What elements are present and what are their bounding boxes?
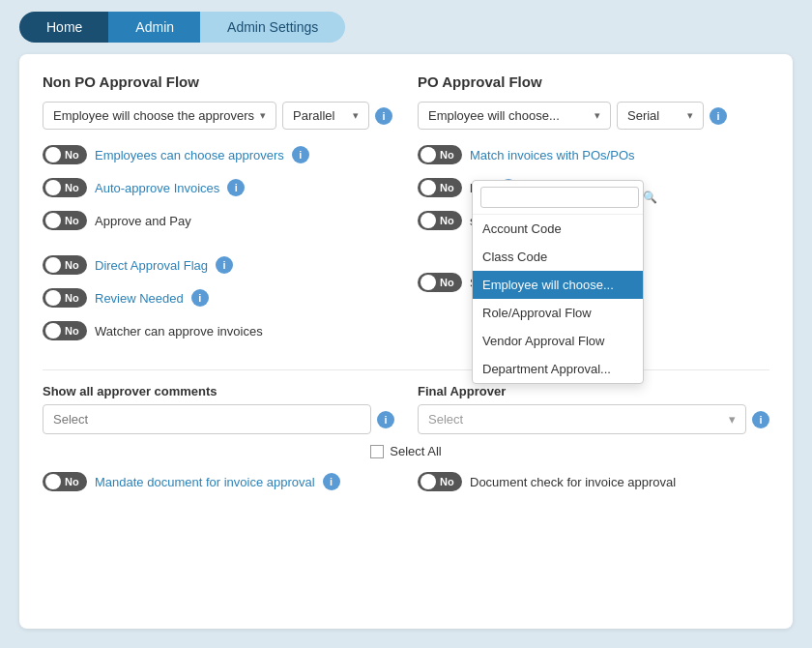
toggle-circle <box>45 213 61 228</box>
toggle-text-auto: Auto-approve Invoices <box>95 181 219 195</box>
po-approver-value: Employee will choose... <box>428 108 560 123</box>
toggle-label-direct: No <box>65 259 79 271</box>
non-po-dropdown-row: Employee will choose the approvers ▾ Par… <box>43 102 394 130</box>
toggle-circle <box>45 290 61 306</box>
dropdown-search-input[interactable] <box>480 187 639 208</box>
toggle-watcher[interactable]: No <box>43 321 87 340</box>
toggle-text-watcher: Watcher can approve invoices <box>95 324 263 339</box>
toggle-text-mandate: Mandate document for invoice approval <box>95 475 315 489</box>
non-po-info-icon[interactable]: i <box>375 107 392 125</box>
final-approver-info-icon[interactable]: i <box>752 411 769 428</box>
toggle-doc-check[interactable]: No <box>418 472 462 491</box>
po-toggle-val[interactable]: No <box>418 211 462 230</box>
toggle-review[interactable]: No <box>43 288 87 308</box>
nav-home[interactable]: Home <box>19 12 109 43</box>
po-toggle-label-skip: No <box>440 277 454 288</box>
non-po-approver-value: Employee will choose the approvers <box>53 108 254 123</box>
toggle-label-doc: No <box>440 476 454 487</box>
po-flow-dropdown[interactable]: Serial ▾ <box>617 102 704 130</box>
final-approver-value: Select <box>428 412 463 427</box>
toggle-circle <box>45 474 61 489</box>
toggle-label-auto: No <box>65 182 79 193</box>
toggle-text-review: Review Needed <box>95 291 184 306</box>
toggle-direct[interactable]: No <box>43 255 87 275</box>
toggle-row-review: No Review Needed i <box>43 288 394 308</box>
po-title: PO Approval Flow <box>418 74 769 90</box>
po-toggle-limit[interactable]: No <box>418 178 462 197</box>
bottom-cols: Show all approver comments i Final Appro… <box>43 384 769 434</box>
non-po-approver-dropdown[interactable]: Employee will choose the approvers ▾ <box>43 102 276 130</box>
dropdown-item-class-code[interactable]: Class Code <box>473 243 643 271</box>
non-po-flow-value: Parallel <box>293 108 334 123</box>
dropdown-item-department-approval[interactable]: Department Approval... <box>473 355 643 383</box>
toggle-row-approve-pay: No Approve and Pay <box>43 211 394 230</box>
toggle-text-doc: Document check for invoice approval <box>470 475 676 489</box>
non-po-title: Non PO Approval Flow <box>43 74 394 90</box>
final-approver-select-row: Select ▾ i <box>418 404 769 434</box>
bottom-section: Show all approver comments i Final Appro… <box>43 369 769 505</box>
po-toggle-row-match: No Match invoices with POs/POs <box>418 145 769 164</box>
main-card: Non PO Approval Flow Employee will choos… <box>19 54 793 629</box>
po-toggle-label-limit: No <box>440 182 454 193</box>
toggle-circle <box>45 147 61 162</box>
non-po-approver-caret: ▾ <box>260 109 266 122</box>
non-po-flow-caret: ▾ <box>353 109 359 122</box>
toggle-mandate[interactable]: No <box>43 472 87 491</box>
toggle-circle <box>420 213 436 228</box>
final-approver-field: Final Approver Select ▾ i <box>418 384 769 434</box>
top-navigation: Home Admin Admin Settings <box>0 0 812 54</box>
review-info-icon[interactable]: i <box>191 289 209 307</box>
toggle-label-mandate: No <box>65 476 79 487</box>
toggle-row-auto-approve: No Auto-approve Invoices i <box>43 178 394 197</box>
po-toggle-label-match: No <box>440 149 454 161</box>
toggle-row-employees: No Employees can choose approvers i <box>43 145 394 164</box>
select-all-label: Select All <box>390 444 441 458</box>
direct-info-icon[interactable]: i <box>216 256 233 274</box>
auto-approve-info-icon[interactable]: i <box>227 179 245 196</box>
toggle-text-direct: Direct Approval Flag <box>95 258 208 273</box>
nav-admin-settings[interactable]: Admin Settings <box>200 12 345 43</box>
po-approver-dropdown[interactable]: Employee will choose... ▾ <box>418 102 611 130</box>
bottom-toggle-cols: No Mandate document for invoice approval… <box>43 472 769 505</box>
non-po-flow-dropdown[interactable]: Parallel ▾ <box>282 102 369 130</box>
toggle-circle <box>45 180 61 195</box>
nav-admin[interactable]: Admin <box>108 12 201 43</box>
approver-comments-input[interactable] <box>43 404 371 434</box>
final-approver-label: Final Approver <box>418 384 769 398</box>
approval-flow-cols: Non PO Approval Flow Employee will choos… <box>43 74 769 354</box>
final-approver-caret: ▾ <box>729 412 736 427</box>
po-flow-value: Serial <box>627 108 659 123</box>
toggle-row-doc-check: No Document check for invoice approval <box>418 472 769 491</box>
toggle-employees[interactable]: No <box>43 145 87 164</box>
po-toggle-text-match: Match invoices with POs/POs <box>470 148 635 162</box>
search-icon: 🔍 <box>643 191 657 204</box>
po-toggle-match[interactable]: No <box>418 145 462 164</box>
approver-comments-label: Show all approver comments <box>43 384 394 398</box>
approver-comments-info-icon[interactable]: i <box>377 411 394 428</box>
toggle-label-review: No <box>65 292 79 304</box>
toggle-row-watcher: No Watcher can approve invoices <box>43 321 394 340</box>
approver-comments-input-row: i <box>43 404 394 434</box>
toggle-label-watcher: No <box>65 325 79 337</box>
po-toggle-skip[interactable]: No <box>418 273 462 292</box>
final-approver-dropdown[interactable]: Select ▾ <box>418 404 746 434</box>
po-approver-dropdown-popup: 🔍 Account Code Class Code Employee will … <box>472 180 644 384</box>
dropdown-item-role-approval[interactable]: Role/Approval Flow <box>473 299 643 327</box>
non-po-section: Non PO Approval Flow Employee will choos… <box>43 74 394 354</box>
toggle-approve-pay[interactable]: No <box>43 211 87 230</box>
toggle-text-employees: Employees can choose approvers <box>95 148 284 162</box>
mandate-info-icon[interactable]: i <box>323 473 340 490</box>
toggle-circle <box>420 275 436 290</box>
toggle-circle <box>45 257 61 273</box>
dropdown-item-employee-choose[interactable]: Employee will choose... <box>473 271 643 299</box>
employees-info-icon[interactable]: i <box>292 146 309 163</box>
toggle-auto-approve[interactable]: No <box>43 178 87 197</box>
toggle-circle <box>420 474 436 489</box>
toggle-row-mandate: No Mandate document for invoice approval… <box>43 472 394 491</box>
dropdown-item-account-code[interactable]: Account Code <box>473 215 643 243</box>
dropdown-item-vendor-approval[interactable]: Vendor Approval Flow <box>473 327 643 355</box>
toggle-row-direct: No Direct Approval Flag i <box>43 255 394 275</box>
select-all-checkbox[interactable] <box>370 445 384 458</box>
toggle-text-pay: Approve and Pay <box>95 214 191 228</box>
po-info-icon[interactable]: i <box>710 107 727 125</box>
